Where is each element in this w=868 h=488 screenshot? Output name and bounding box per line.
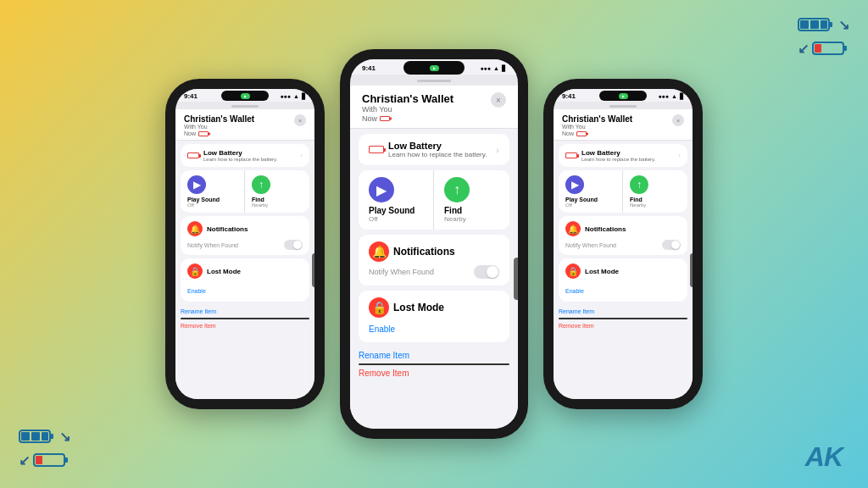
find-sub-left: Nearby — [252, 202, 268, 208]
notif-title-left: Notifications — [207, 225, 248, 233]
find-symbol-center: ↑ — [453, 182, 460, 197]
play-sound-label-left: Play Sound — [187, 197, 220, 202]
battery-sub-right: Learn how to replace the battery. — [581, 157, 655, 162]
actions-card-right: ▶ Play Sound Off ↑ Find Nearby — [559, 170, 687, 213]
find-action-center[interactable]: ↑ Find Nearby — [434, 170, 509, 230]
battery-card-left: Low Battery Learn how to replace the bat… — [181, 144, 309, 167]
play-symbol-left: ▶ — [193, 179, 201, 191]
lost-section-center: 🔒 Lost Mode Enable — [359, 291, 509, 342]
signal-icon-right: ●●● — [658, 93, 669, 99]
phone-screen-right: 9:41 ●●● ▲ ▊ Christian's Wallet With You… — [554, 89, 693, 399]
notif-toggle-row-left: Notify When Found — [187, 240, 303, 250]
svg-rect-15 — [36, 456, 42, 464]
bottom-divider-left — [181, 318, 309, 319]
svg-rect-10 — [21, 432, 30, 441]
status-icons-left: ●●● ▲ ▊ — [280, 93, 306, 100]
sheet-content-center: Christian's Wallet With You Now × — [350, 86, 518, 429]
lost-icon-left: 🔒 — [187, 263, 203, 279]
close-button-right[interactable]: × — [672, 114, 684, 126]
battery-status-center: ▊ — [502, 65, 506, 72]
find-symbol-left: ↑ — [259, 179, 264, 191]
close-button-left[interactable]: × — [294, 114, 306, 126]
sheet-title-block-right: Christian's Wallet With You Now — [562, 114, 632, 136]
notif-icon-right: 🔔 — [565, 221, 581, 236]
status-icons-right: ●●● ▲ ▊ — [658, 93, 684, 100]
now-row-center: Now — [362, 114, 453, 123]
camera-pill-center — [403, 61, 465, 75]
battery-row-1: ↘ — [798, 15, 849, 34]
play-sound-action-right[interactable]: ▶ Play Sound Off — [559, 170, 623, 213]
arrow-bl-down: ↘ — [59, 429, 70, 445]
drag-handle-right[interactable] — [690, 253, 693, 287]
play-symbol-center: ▶ — [376, 182, 387, 198]
battery-left-info-center: Low Battery Learn how to replace the bat… — [369, 141, 487, 158]
notifications-section-right: 🔔 Notifications Notify When Found — [559, 216, 687, 255]
sheet-title-block-left: Christian's Wallet With You Now — [184, 114, 254, 136]
play-sound-sub-center: Off — [369, 215, 378, 223]
battery-status-left: ▊ — [302, 93, 306, 100]
battery-icon-bl-low — [33, 451, 70, 469]
notify-toggle-center[interactable] — [474, 265, 499, 279]
sheet-content-right: Christian's Wallet With You Now × — [554, 109, 693, 399]
battery-item-center[interactable]: Low Battery Learn how to replace the bat… — [359, 134, 509, 165]
find-label-left: Find — [252, 197, 264, 202]
battery-item-left[interactable]: Low Battery Learn how to replace the bat… — [181, 144, 309, 167]
bottom-divider-right — [559, 318, 687, 319]
notif-icon-center: 🔔 — [369, 241, 389, 262]
signal-icon-left: ●●● — [280, 93, 291, 99]
rename-link-right[interactable]: Rename Item — [559, 307, 687, 316]
battery-item-right[interactable]: Low Battery Learn how to replace the bat… — [559, 144, 687, 167]
play-sound-action-center[interactable]: ▶ Play Sound Off — [359, 170, 434, 230]
wifi-icon-right: ▲ — [671, 93, 677, 99]
enable-link-right[interactable]: Enable — [565, 288, 584, 294]
battery-row-bl-2: ↙ — [19, 451, 70, 469]
now-label-left: Now — [184, 130, 196, 136]
notif-toggle-label-center: Notify When Found — [369, 268, 434, 276]
now-label-right: Now — [562, 130, 574, 136]
notif-toggle-label-right: Notify When Found — [565, 242, 616, 248]
sheet-handle-right — [609, 105, 637, 108]
battery-card-right: Low Battery Learn how to replace the bat… — [559, 144, 687, 167]
find-action-right[interactable]: ↑ Find Nearby — [623, 170, 687, 213]
battery-icon-bl-full — [19, 427, 56, 446]
phone-screen-center: 9:41 ●●● ▲ ▊ Christian's Wallet With You… — [350, 59, 518, 429]
battery-left-info: Low Battery Learn how to replace the bat… — [187, 149, 277, 162]
play-sound-action-left[interactable]: ▶ Play Sound Off — [181, 170, 245, 213]
notif-title-right: Notifications — [585, 225, 626, 233]
find-symbol-right: ↑ — [637, 179, 642, 191]
now-row-left: Now — [184, 130, 254, 136]
drag-handle-left[interactable] — [312, 253, 314, 287]
camera-pill-right — [599, 91, 647, 101]
cam-indicator-left — [241, 93, 250, 99]
cam-indicator-center — [430, 65, 439, 71]
rename-link-center[interactable]: Rename Item — [359, 349, 509, 362]
lost-header-right: 🔒 Lost Mode — [565, 263, 681, 279]
find-icon-left: ↑ — [252, 175, 270, 194]
enable-link-center[interactable]: Enable — [369, 324, 395, 334]
chevron-right-center: › — [496, 145, 499, 155]
ak-logo: AK — [805, 441, 843, 473]
battery-small-icon-right — [565, 152, 577, 158]
find-action-left[interactable]: ↑ Find Nearby — [245, 170, 309, 213]
battery-icons-bottom-left: ↘ ↙ — [19, 427, 70, 469]
signal-icon-center: ●●● — [480, 65, 491, 71]
sheet-header-left: Christian's Wallet With You Now × — [175, 109, 314, 141]
play-symbol-right: ▶ — [571, 179, 579, 191]
remove-link-right[interactable]: Remove Item — [559, 321, 687, 330]
battery-inline-left — [198, 131, 209, 136]
rename-link-left[interactable]: Rename Item — [181, 307, 309, 316]
enable-link-left[interactable]: Enable — [187, 288, 206, 294]
notify-toggle-right[interactable] — [662, 240, 681, 250]
sheet-handle-left — [231, 105, 259, 108]
remove-link-left[interactable]: Remove Item — [181, 321, 309, 330]
remove-link-center[interactable]: Remove Item — [359, 367, 509, 380]
notify-toggle-left[interactable] — [284, 240, 303, 250]
svg-rect-2 — [800, 20, 809, 29]
drag-handle-center[interactable] — [514, 258, 518, 300]
play-sound-sub-right: Off — [565, 202, 572, 208]
play-sound-icon-center: ▶ — [369, 177, 394, 202]
lost-icon-center: 🔒 — [369, 297, 389, 318]
close-button-center[interactable]: × — [491, 92, 506, 108]
play-sound-label-right: Play Sound — [565, 197, 598, 202]
battery-text-right: Low Battery Learn how to replace the bat… — [581, 149, 655, 162]
